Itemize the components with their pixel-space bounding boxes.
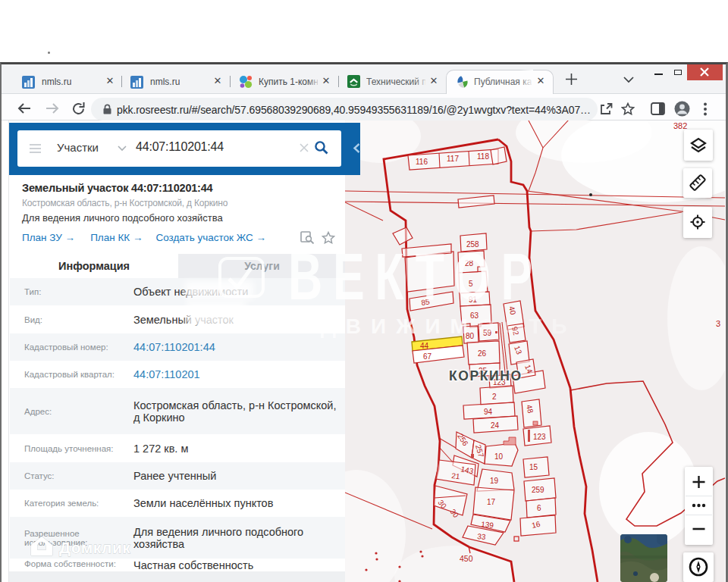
svg-text:259: 259 [532, 486, 544, 494]
svg-text:2: 2 [492, 393, 497, 401]
svg-text:15: 15 [529, 463, 538, 471]
svg-text:258: 258 [466, 240, 479, 249]
svg-text:33: 33 [477, 532, 487, 541]
svg-text:Домклик: Домклик [59, 539, 130, 556]
svg-text:10: 10 [494, 452, 504, 461]
svg-text:67: 67 [423, 352, 432, 361]
svg-text:123: 123 [533, 433, 546, 441]
svg-text:ВЕКТОР: ВЕКТОР [288, 252, 543, 303]
svg-text:44: 44 [420, 342, 429, 350]
svg-text:116: 116 [416, 158, 428, 166]
svg-text:94: 94 [484, 408, 493, 416]
svg-text:19: 19 [490, 477, 499, 485]
svg-text:117: 117 [447, 155, 459, 163]
svg-text:21: 21 [451, 471, 461, 480]
svg-text:139: 139 [481, 520, 494, 530]
svg-text:24: 24 [491, 421, 500, 430]
svg-text:3: 3 [716, 319, 720, 328]
svg-text:26: 26 [478, 349, 487, 358]
svg-text:КОРКИНО: КОРКИНО [449, 368, 522, 383]
svg-text:6: 6 [537, 504, 541, 512]
svg-text:17: 17 [487, 498, 496, 506]
svg-text:118: 118 [477, 152, 489, 161]
svg-text:450: 450 [460, 554, 473, 563]
